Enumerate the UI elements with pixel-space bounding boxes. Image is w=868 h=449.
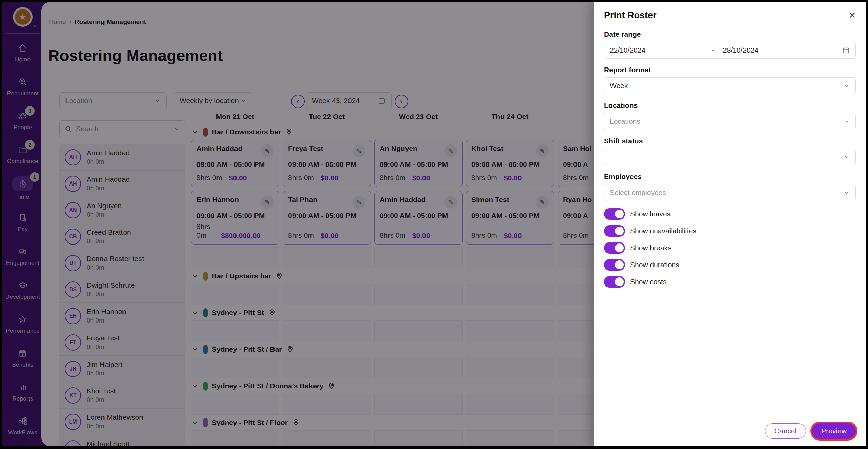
toggle-label: Show leaves — [630, 210, 671, 218]
locations-label: Locations — [604, 101, 856, 110]
preview-button[interactable]: Preview — [812, 423, 856, 439]
chevron-down-icon — [843, 118, 850, 125]
app-window: ★ ▾ Home Recruitment 3 — [2, 2, 866, 446]
employees-placeholder: Select employees — [610, 189, 666, 197]
toggle-label: Show costs — [630, 278, 666, 286]
toggle-switch[interactable] — [604, 242, 625, 254]
employees-select[interactable]: Select employees — [604, 184, 856, 201]
locations-placeholder: Locations — [610, 117, 640, 125]
employees-label: Employees — [604, 173, 856, 181]
toggle-label: Show breaks — [630, 244, 671, 252]
chevron-down-icon — [843, 82, 850, 89]
toggle-row: Show unavailabilities — [604, 225, 856, 237]
date-range-label: Date range — [604, 30, 856, 38]
shift-status-label: Shift status — [604, 137, 856, 145]
toggle-row: Show durations — [604, 259, 856, 271]
locations-select[interactable]: Locations — [604, 113, 856, 130]
toggle-switch[interactable] — [604, 276, 625, 288]
close-icon[interactable]: ✕ — [849, 11, 856, 20]
toggle-row: Show leaves — [604, 208, 856, 220]
print-roster-modal: Print Roster ✕ Date range 22/10/2024 - 2… — [594, 2, 866, 446]
chevron-down-icon — [843, 189, 850, 196]
shift-status-select[interactable] — [604, 149, 856, 165]
chevron-down-icon — [843, 154, 850, 160]
toggle-switch[interactable] — [604, 225, 625, 237]
toggle-row: Show costs — [604, 276, 856, 288]
modal-title: Print Roster — [604, 10, 657, 21]
toggle-switch[interactable] — [604, 259, 625, 271]
report-format-label: Report format — [604, 66, 856, 74]
report-format-value: Week — [610, 82, 628, 90]
toggle-label: Show durations — [630, 261, 679, 269]
date-end-value[interactable]: 28/10/2024 — [723, 46, 842, 54]
date-range-input[interactable]: 22/10/2024 - 28/10/2024 — [604, 42, 856, 59]
report-format-select[interactable]: Week — [604, 77, 856, 94]
toggle-row: Show breaks — [604, 242, 856, 254]
date-start-value[interactable]: 22/10/2024 — [610, 46, 712, 54]
toggle-switch[interactable] — [604, 208, 625, 220]
cancel-button[interactable]: Cancel — [765, 423, 806, 439]
calendar-icon — [842, 46, 850, 54]
toggle-label: Show unavailabilities — [630, 227, 696, 235]
date-range-dash: - — [712, 46, 714, 54]
toggle-list: Show leaves Show unavailabilities Show b… — [604, 208, 856, 288]
